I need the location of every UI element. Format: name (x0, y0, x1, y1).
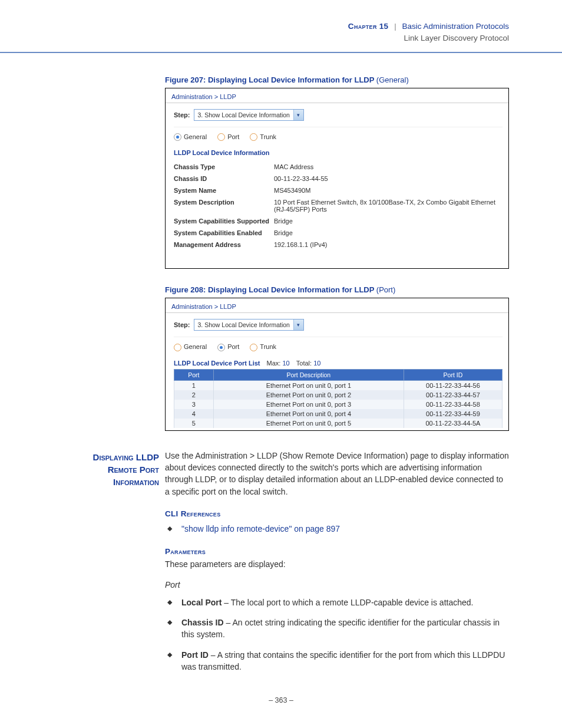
section-intro: Use the Administration > LLDP (Show Remo… (165, 450, 509, 498)
screenshot-208: Administration > LLDP Step: 3. Show Loca… (165, 298, 509, 431)
view-radio-group: General Port Trunk (174, 132, 503, 147)
radio-general[interactable]: General (174, 343, 207, 351)
header-subtitle: Link Layer Discovery Protocol (0, 32, 509, 44)
radio-trunk[interactable]: Trunk (250, 343, 276, 351)
param-group-port: Port (165, 579, 509, 591)
step-select-value: 3. Show Local Device Information (194, 321, 293, 328)
chevron-down-icon: ▾ (293, 319, 303, 330)
radio-general[interactable]: General (174, 133, 207, 141)
step-label: Step: (174, 111, 190, 118)
table-row: 5Ethernet Port on unit 0, port 500-11-22… (174, 419, 503, 428)
cli-ref-list: "show lldp info remote-device" on page 8… (165, 523, 509, 535)
param-list: Local Port – The local port to which a r… (165, 597, 509, 673)
header-divider: | (394, 22, 396, 31)
fig208-caption-paren: (Port) (376, 285, 396, 294)
section-body: Use the Administration > LLDP (Show Remo… (165, 450, 509, 681)
figure-208-caption: Figure 208: Displaying Local Device Info… (165, 285, 509, 294)
col-port-desc: Port Description (213, 369, 404, 380)
fig207-caption-paren: (General) (376, 75, 409, 84)
table-row: 4Ethernet Port on unit 0, port 400-11-22… (174, 409, 503, 419)
param-port-id: Port ID – A string that contains the spe… (165, 649, 509, 673)
page-number: – 363 – (0, 696, 562, 704)
param-chassis-id: Chassis ID – An octet string indicating … (165, 617, 509, 641)
parameters-intro: These parameters are displayed: (165, 558, 509, 570)
port-table: Port Port Description Port ID 1Ethernet … (174, 369, 503, 428)
section-remote-port-info: Displaying LLDP Remote Port Information … (71, 450, 509, 681)
figure-207-caption: Figure 207: Displaying Local Device Info… (165, 75, 509, 84)
table-header-row: Port Port Description Port ID (174, 369, 503, 380)
screenshot-207: Administration > LLDP Step: 3. Show Loca… (165, 88, 509, 269)
param-local-port: Local Port – The local port to which a r… (165, 597, 509, 608)
fig208-caption-main: Figure 208: Displaying Local Device Info… (165, 285, 374, 294)
kv-mgmt-address: Management Address192.168.1.1 (IPv4) (174, 239, 503, 251)
port-list-heading: LLDP Local Device Port List Max: 10 Tota… (174, 360, 503, 367)
table-row: 1Ethernet Port on unit 0, port 100-11-22… (174, 380, 503, 390)
step-select-value: 3. Show Local Device Information (194, 111, 293, 118)
kv-caps-supported: System Capabilities SupportedBridge (174, 215, 503, 227)
chapter-label: Chapter 15 (348, 22, 389, 31)
table-row: 3Ethernet Port on unit 0, port 300-11-22… (174, 400, 503, 409)
step-label: Step: (174, 321, 190, 328)
kv-caps-enabled: System Capabilities EnabledBridge (174, 227, 503, 239)
step-row: Step: 3. Show Local Device Information ▾ (174, 107, 503, 127)
kv-chassis-type: Chassis TypeMAC Address (174, 161, 503, 173)
step-select[interactable]: 3. Show Local Device Information ▾ (194, 319, 304, 331)
chevron-down-icon: ▾ (293, 110, 303, 120)
breadcrumb: Administration > LLDP (166, 88, 508, 103)
page: Chapter 15 | Basic Administration Protoc… (0, 0, 562, 728)
view-radio-group: General Port Trunk (174, 342, 503, 357)
kv-system-name: System NameMS453490M (174, 185, 503, 196)
step-select[interactable]: 3. Show Local Device Information ▾ (194, 109, 304, 121)
section-sidehead: Displaying LLDP Remote Port Information (71, 450, 159, 681)
parameters-head: Parameters (165, 546, 509, 558)
col-port-id: Port ID (404, 369, 502, 380)
cli-ref-item: "show lldp info remote-device" on page 8… (165, 523, 509, 535)
radio-port[interactable]: Port (217, 343, 239, 351)
content: Figure 207: Displaying Local Device Info… (0, 53, 562, 681)
breadcrumb: Administration > LLDP (166, 298, 508, 313)
cli-references-head: CLI References (165, 508, 509, 520)
page-header: Chapter 15 | Basic Administration Protoc… (0, 0, 562, 50)
table-row: 2Ethernet Port on unit 0, port 200-11-22… (174, 390, 503, 400)
kv-system-description: System Description10 Port Fast Ethernet … (174, 196, 503, 215)
cli-ref-link[interactable]: "show lldp info remote-device" on page 8… (181, 524, 340, 533)
radio-port[interactable]: Port (217, 133, 239, 141)
radio-trunk[interactable]: Trunk (250, 133, 276, 141)
header-title: Basic Administration Protocols (402, 22, 509, 31)
step-row: Step: 3. Show Local Device Information ▾ (174, 317, 503, 337)
kv-chassis-id: Chassis ID00-11-22-33-44-55 (174, 173, 503, 185)
lldp-info-heading: LLDP Local Device Information (174, 149, 503, 156)
col-port: Port (174, 369, 214, 380)
fig207-caption-main: Figure 207: Displaying Local Device Info… (165, 75, 374, 84)
